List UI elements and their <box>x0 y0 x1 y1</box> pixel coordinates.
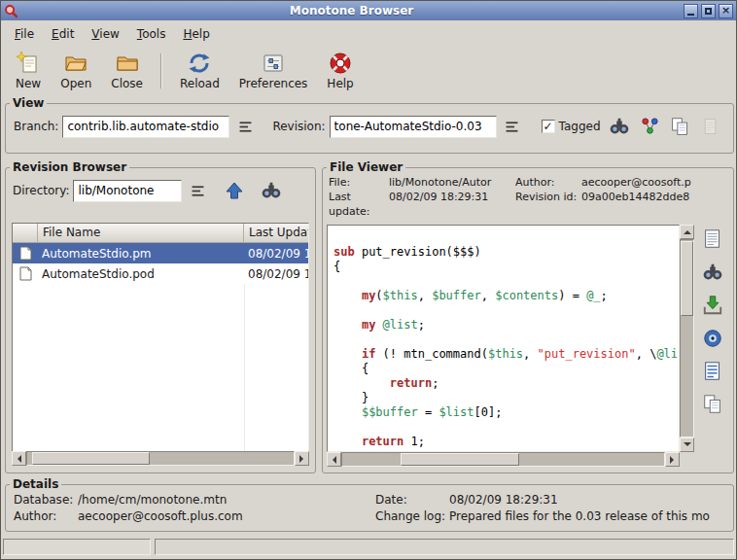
scrollbar-left-button[interactable] <box>12 451 26 466</box>
new-button-label: New <box>16 77 41 90</box>
code-content: sub put_revision($$$){ my($this, $buffer… <box>328 226 679 449</box>
file-row[interactable]: AutomateStdio.pm08/02/09 1 <box>13 243 308 263</box>
revision-browser-frame: Revision Browser Directory: File Name La… <box>5 160 316 473</box>
toolbar-separator <box>160 53 162 88</box>
tagged-label: Tagged <box>559 120 601 133</box>
menu-item-help[interactable]: Help <box>174 23 218 45</box>
column-header-file-name[interactable]: File Name <box>38 224 244 243</box>
revision-list-button[interactable] <box>501 115 524 138</box>
find-text-button[interactable] <box>699 260 726 285</box>
directory-up-button[interactable] <box>223 179 246 202</box>
scrollbar-left-button[interactable] <box>327 452 341 467</box>
last-updated-cell: 08/02/09 1 <box>244 267 308 281</box>
file-name-cell: AutomateStdio.pm <box>38 247 244 261</box>
tagged-checkbox[interactable]: ✓ <box>542 120 555 133</box>
minimize-button[interactable] <box>684 4 698 18</box>
menu-item-edit[interactable]: Edit <box>43 23 83 45</box>
file-list-hscrollbar[interactable] <box>12 451 309 466</box>
revision-label: Revision: <box>272 120 325 133</box>
save-file-button[interactable] <box>699 293 726 318</box>
details-author-label: Author: <box>14 508 78 525</box>
view-icon-group <box>608 115 725 138</box>
monotone-browser-window: Monotone Browser × FileEditViewToolsHelp… <box>0 0 737 560</box>
revision-input[interactable] <box>330 116 497 138</box>
document-lines-icon <box>702 228 723 250</box>
file-value: lib/Monotone/Autor <box>389 175 513 190</box>
scrollbar-right-button[interactable] <box>665 452 680 467</box>
window-title: Monotone Browser <box>22 4 681 18</box>
close-icon: × <box>721 6 730 16</box>
close-button[interactable]: × <box>719 4 733 18</box>
open-button[interactable]: Open <box>52 49 100 93</box>
file-author-label: Author: <box>515 175 579 190</box>
scrollbar-thumb[interactable] <box>681 241 693 316</box>
close-db-button-label: Close <box>111 77 143 90</box>
progress-bar <box>3 539 151 555</box>
external-viewer-button[interactable] <box>699 359 726 384</box>
page-icon <box>700 117 720 137</box>
new-icon <box>17 52 40 75</box>
help-button-label: Help <box>327 77 353 90</box>
scrollbar-corner <box>680 452 694 467</box>
file-viewer-frame-label: File Viewer <box>327 160 405 174</box>
new-button[interactable]: New <box>7 49 50 93</box>
view-file-button[interactable] <box>699 326 726 351</box>
menu-item-file[interactable]: File <box>6 23 43 45</box>
left-arrow-icon <box>329 456 336 464</box>
file-row[interactable]: AutomateStdio.pod08/02/09 1 <box>13 263 308 284</box>
maximize-button[interactable] <box>701 4 716 18</box>
reload-icon <box>188 52 211 75</box>
file-label: File: <box>329 175 387 190</box>
changelog-label: Change log: <box>375 508 449 525</box>
open-folder-icon <box>64 52 88 75</box>
directory-input[interactable] <box>73 180 182 202</box>
view-frame: View Branch: Revision: ✓ Tagged <box>5 96 734 154</box>
code-view[interactable]: sub put_revision($$$){ my($this, $buffer… <box>327 225 680 452</box>
branch-input[interactable] <box>62 116 229 138</box>
scrollbar-track[interactable] <box>341 452 665 467</box>
change-log-button[interactable] <box>698 115 721 138</box>
eye-globe-icon <box>702 328 723 349</box>
column-header-icon[interactable] <box>13 224 38 243</box>
branch-list-button[interactable] <box>233 115 257 138</box>
date-value: 08/02/09 18:29:31 <box>449 492 725 508</box>
scrollbar-track[interactable] <box>26 451 295 466</box>
left-arrow-icon <box>14 455 21 463</box>
scrollbar-right-button[interactable] <box>295 451 309 466</box>
view-frame-label: View <box>10 96 47 110</box>
view-row: Branch: Revision: ✓ Tagged <box>6 112 733 141</box>
find-revision-button[interactable] <box>608 115 631 138</box>
preferences-button[interactable]: Preferences <box>230 49 317 93</box>
scrollbar-down-button[interactable] <box>680 438 694 452</box>
compare-revisions-button[interactable] <box>668 115 691 138</box>
column-header-last-updated[interactable]: Last Updat <box>244 224 308 243</box>
file-details-button[interactable] <box>699 227 726 252</box>
menu-item-tools[interactable]: Tools <box>128 23 175 45</box>
down-arrow-icon <box>684 442 691 450</box>
reload-button-label: Reload <box>180 77 220 90</box>
code-hscrollbar[interactable] <box>327 452 680 467</box>
help-button[interactable]: Help <box>318 49 362 93</box>
list-picker-icon <box>237 119 254 135</box>
scrollbar-thumb[interactable] <box>401 453 519 466</box>
toolbar: New Open Close Reload Preferences Help <box>1 46 736 96</box>
find-file-button[interactable] <box>260 179 283 202</box>
titlebar[interactable]: Monotone Browser × <box>1 1 736 20</box>
file-name-cell: AutomateStdio.pod <box>38 267 244 281</box>
up-arrow-icon <box>684 227 691 234</box>
revision-id-label: Revision id: <box>515 190 579 219</box>
compare-file-button[interactable] <box>699 392 726 417</box>
menu-item-view[interactable]: View <box>83 23 127 45</box>
directory-list-button[interactable] <box>186 179 209 202</box>
scrollbar-up-button[interactable] <box>680 225 694 239</box>
scrollbar-track[interactable] <box>680 239 694 438</box>
scrollbar-thumb[interactable] <box>32 452 150 465</box>
blue-document-icon <box>702 361 723 382</box>
revision-browser-frame-label: Revision Browser <box>10 160 129 174</box>
reload-button[interactable]: Reload <box>171 49 228 93</box>
code-vscrollbar[interactable] <box>680 225 694 452</box>
close-db-button[interactable]: Close <box>102 49 152 93</box>
revision-graph-button[interactable] <box>638 115 661 138</box>
file-icon <box>13 246 38 261</box>
last-update-value: 08/02/09 18:29:31 <box>389 190 513 219</box>
